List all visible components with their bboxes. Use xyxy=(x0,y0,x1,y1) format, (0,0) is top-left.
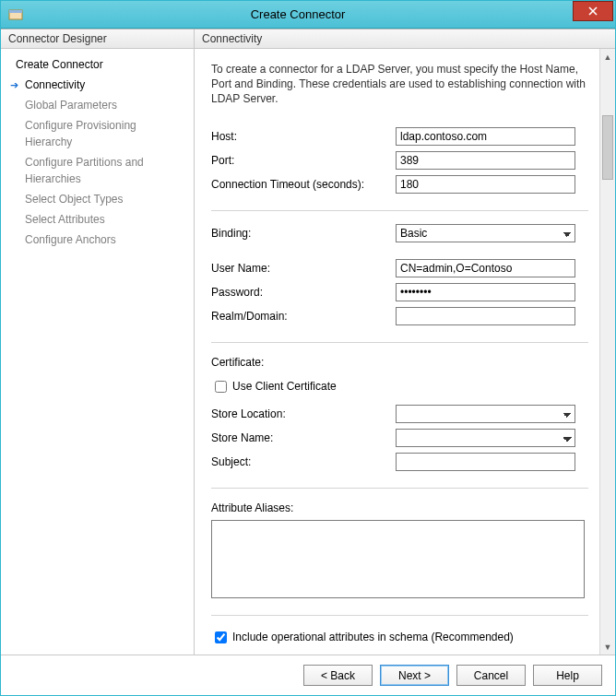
username-label: User Name: xyxy=(211,262,396,275)
app-icon xyxy=(8,7,23,22)
binding-label: Binding: xyxy=(211,227,396,240)
nav-connectivity[interactable]: ➔ Connectivity xyxy=(1,75,194,95)
use-client-cert-label: Use Client Certificate xyxy=(232,380,337,393)
password-input[interactable] xyxy=(396,283,575,301)
divider xyxy=(211,210,588,211)
divider xyxy=(211,615,588,616)
nav-object-types[interactable]: Select Object Types xyxy=(1,189,194,209)
binding-select[interactable]: Basic xyxy=(396,224,575,242)
store-name-select[interactable] xyxy=(396,429,575,447)
aliases-textarea[interactable] xyxy=(211,520,585,598)
svg-rect-1 xyxy=(9,10,22,13)
close-button[interactable] xyxy=(573,1,613,21)
host-label: Host: xyxy=(211,130,396,143)
username-input[interactable] xyxy=(396,259,575,277)
realm-label: Realm/Domain: xyxy=(211,310,396,323)
next-button[interactable]: Next > xyxy=(380,665,449,686)
divider xyxy=(211,488,588,489)
store-location-select[interactable] xyxy=(396,405,575,423)
password-label: Password: xyxy=(211,286,396,299)
timeout-label: Connection Timeout (seconds): xyxy=(211,178,396,191)
scroll-down-icon[interactable]: ▼ xyxy=(600,639,615,655)
footer: < Back Next > Cancel Help xyxy=(1,655,615,695)
panel-header: Connectivity xyxy=(195,29,615,49)
nav-label: Select Object Types xyxy=(25,191,124,207)
host-input[interactable] xyxy=(396,127,575,146)
form-body: To create a connector for a LDAP Server,… xyxy=(195,49,599,655)
divider xyxy=(211,342,588,343)
nav-create-connector[interactable]: Create Connector xyxy=(1,54,194,75)
subject-label: Subject: xyxy=(211,455,396,468)
scrollbar[interactable]: ▲ ▼ xyxy=(599,49,615,655)
aliases-label: Attribute Aliases: xyxy=(211,501,588,514)
help-button[interactable]: Help xyxy=(533,665,602,686)
nav-label: Configure Partitions and Hierarchies xyxy=(25,154,186,187)
port-label: Port: xyxy=(211,154,396,167)
arrow-right-icon: ➔ xyxy=(10,77,18,93)
back-button[interactable]: < Back xyxy=(303,665,373,686)
certificate-heading: Certificate: xyxy=(211,356,588,369)
subject-input[interactable] xyxy=(396,453,575,471)
nav-global-parameters[interactable]: Global Parameters xyxy=(1,95,194,115)
nav-label: Select Attributes xyxy=(25,211,105,228)
nav-list: Create Connector ➔ Connectivity Global P… xyxy=(1,49,194,255)
sidebar-header: Connector Designer xyxy=(1,29,194,49)
realm-input[interactable] xyxy=(396,307,575,325)
port-input[interactable] xyxy=(396,151,575,170)
nav-label: Configure Provisioning Hierarchy xyxy=(25,117,186,150)
scroll-thumb[interactable] xyxy=(602,115,613,180)
window-title: Create Connector xyxy=(23,7,573,21)
nav-label: Global Parameters xyxy=(25,97,117,113)
use-client-cert-checkbox[interactable] xyxy=(215,381,227,393)
store-name-label: Store Name: xyxy=(211,431,396,444)
nav-partitions-hierarchies[interactable]: Configure Partitions and Hierarchies xyxy=(1,152,194,189)
include-operational-label: Include operational attributes in schema… xyxy=(232,631,514,643)
store-location-label: Store Location: xyxy=(211,407,396,420)
titlebar: Create Connector xyxy=(1,1,615,29)
nav-provisioning-hierarchy[interactable]: Configure Provisioning Hierarchy xyxy=(1,115,194,152)
right-panel: Connectivity To create a connector for a… xyxy=(195,29,615,655)
timeout-input[interactable] xyxy=(396,175,575,194)
sidebar: Connector Designer Create Connector ➔ Co… xyxy=(1,29,195,655)
nav-label: Connectivity xyxy=(25,77,85,93)
cancel-button[interactable]: Cancel xyxy=(456,665,526,686)
nav-select-attributes[interactable]: Select Attributes xyxy=(1,209,194,230)
include-operational-checkbox[interactable] xyxy=(215,631,227,643)
nav-label: Create Connector xyxy=(16,56,103,73)
nav-label: Configure Anchors xyxy=(25,231,116,248)
intro-text: To create a connector for a LDAP Server,… xyxy=(211,62,588,107)
nav-configure-anchors[interactable]: Configure Anchors xyxy=(1,230,194,250)
scroll-up-icon[interactable]: ▲ xyxy=(600,49,615,65)
